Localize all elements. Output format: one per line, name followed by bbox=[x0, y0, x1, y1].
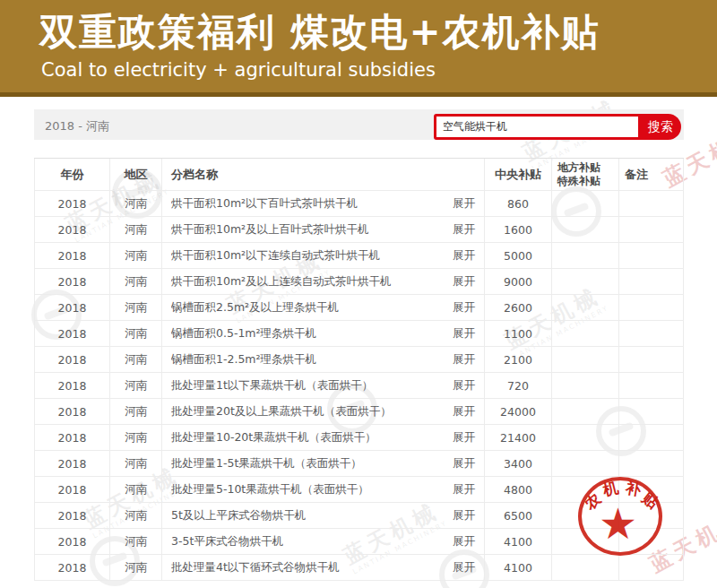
local-subsidy-cell bbox=[552, 555, 619, 581]
col-header-remark: 备注 bbox=[619, 159, 684, 191]
category-name: 烘干面积10m²以下百叶式茶叶烘干机 bbox=[171, 196, 358, 212]
expand-link[interactable]: 展开 bbox=[447, 248, 475, 264]
expand-link[interactable]: 展开 bbox=[447, 196, 475, 212]
expand-link[interactable]: 展开 bbox=[447, 482, 475, 497]
category-name: 批处理量20t及以上果蔬烘干机（表面烘干） bbox=[171, 404, 392, 419]
col-header-local-line2: 特殊补贴 bbox=[557, 175, 600, 188]
year-cell: 2018 bbox=[34, 295, 110, 321]
category-name: 批处理量10-20t果蔬烘干机（表面烘干） bbox=[171, 430, 376, 445]
category-name: 锅槽面积0.5-1m²理条烘干机 bbox=[171, 326, 316, 342]
region-cell: 河南 bbox=[110, 529, 162, 555]
remark-cell bbox=[619, 373, 684, 399]
col-header-region: 地区 bbox=[110, 159, 162, 191]
local-subsidy-cell bbox=[552, 243, 619, 269]
category-name: 批处理量5-10t果蔬烘干机（表面烘干） bbox=[171, 482, 369, 497]
category-cell: 批处理量1t以下果蔬烘干机（表面烘干）展开 bbox=[162, 373, 485, 399]
year-cell: 2018 bbox=[34, 503, 110, 529]
subsidy-stamp: 农 机 补 贴 ★ bbox=[578, 477, 662, 556]
category-cell: 锅槽面积0.5-1m²理条烘干机展开 bbox=[162, 321, 485, 347]
local-subsidy-cell bbox=[552, 269, 619, 295]
expand-link[interactable]: 展开 bbox=[447, 222, 475, 238]
expand-link[interactable]: 展开 bbox=[447, 560, 475, 575]
year-cell: 2018 bbox=[34, 347, 110, 373]
year-cell: 2018 bbox=[34, 321, 110, 347]
central-subsidy-cell: 24000 bbox=[485, 399, 552, 425]
filter-label: 2018 - 河南 bbox=[45, 118, 109, 134]
expand-link[interactable]: 展开 bbox=[447, 534, 475, 549]
banner-title: 双重政策福利 煤改电+农机补贴 bbox=[39, 7, 600, 57]
category-cell: 批处理量10-20t果蔬烘干机（表面烘干）展开 bbox=[162, 425, 485, 451]
central-subsidy-cell: 4100 bbox=[485, 529, 552, 555]
expand-link[interactable]: 展开 bbox=[447, 326, 475, 342]
category-cell: 批处理量20t及以上果蔬烘干机（表面烘干）展开 bbox=[162, 399, 485, 425]
category-name: 锅槽面积2.5m²及以上理条烘干机 bbox=[171, 300, 339, 316]
region-cell: 河南 bbox=[110, 399, 162, 425]
expand-link[interactable]: 展开 bbox=[447, 456, 475, 471]
year-cell: 2018 bbox=[34, 451, 110, 477]
category-cell: 3-5t平床式谷物烘干机展开 bbox=[162, 529, 485, 555]
category-cell: 烘干面积10m²以下连续自动式茶叶烘干机展开 bbox=[162, 243, 485, 269]
category-cell: 锅槽面积2.5m²及以上理条烘干机展开 bbox=[162, 295, 485, 321]
category-name: 锅槽面积1-2.5m²理条烘干机 bbox=[171, 352, 316, 368]
table-row: 2018河南烘干面积10m²以下百叶式茶叶烘干机展开860 bbox=[34, 191, 684, 217]
local-subsidy-cell bbox=[552, 347, 619, 373]
expand-link[interactable]: 展开 bbox=[447, 430, 475, 445]
year-cell: 2018 bbox=[34, 529, 110, 555]
category-cell: 烘干面积10m²及以上连续自动式茶叶烘干机展开 bbox=[162, 269, 485, 295]
col-header-local-line1: 地方补贴 bbox=[557, 161, 600, 175]
table-row: 2018河南烘干面积10m²及以上连续自动式茶叶烘干机展开9000 bbox=[34, 269, 684, 295]
central-subsidy-cell: 4800 bbox=[485, 477, 552, 503]
central-subsidy-cell: 5000 bbox=[485, 243, 552, 269]
remark-cell bbox=[619, 347, 684, 373]
central-subsidy-cell: 2100 bbox=[485, 347, 552, 373]
expand-link[interactable]: 展开 bbox=[447, 352, 475, 368]
expand-link[interactable]: 展开 bbox=[447, 300, 475, 316]
region-cell: 河南 bbox=[110, 217, 162, 243]
category-name: 3-5t平床式谷物烘干机 bbox=[171, 534, 283, 549]
col-header-central-subsidy: 中央补贴 bbox=[485, 159, 552, 191]
remark-cell bbox=[619, 191, 684, 217]
region-cell: 河南 bbox=[110, 555, 162, 581]
year-cell: 2018 bbox=[34, 399, 110, 425]
search-input[interactable] bbox=[436, 117, 638, 137]
remark-cell bbox=[619, 321, 684, 347]
category-cell: 烘干面积10m²及以上百叶式茶叶烘干机展开 bbox=[162, 217, 485, 243]
region-cell: 河南 bbox=[110, 477, 162, 503]
category-name: 批处理量4t以下循环式谷物烘干机 bbox=[171, 560, 340, 575]
col-header-year: 年份 bbox=[34, 159, 110, 191]
expand-link[interactable]: 展开 bbox=[447, 404, 475, 419]
year-cell: 2018 bbox=[34, 477, 110, 503]
region-cell: 河南 bbox=[110, 503, 162, 529]
region-cell: 河南 bbox=[110, 321, 162, 347]
central-subsidy-cell: 1600 bbox=[485, 217, 552, 243]
table-row: 2018河南锅槽面积1-2.5m²理条烘干机展开2100 bbox=[34, 347, 684, 373]
year-cell: 2018 bbox=[34, 269, 110, 295]
category-cell: 批处理量5-10t果蔬烘干机（表面烘干）展开 bbox=[162, 477, 485, 503]
year-cell: 2018 bbox=[34, 217, 110, 243]
expand-link[interactable]: 展开 bbox=[447, 274, 475, 290]
local-subsidy-cell bbox=[552, 373, 619, 399]
table-row: 2018河南锅槽面积2.5m²及以上理条烘干机展开2600 bbox=[34, 295, 684, 321]
remark-cell bbox=[619, 399, 684, 425]
banner-subtitle: Coal to electricity + agricultural subsi… bbox=[41, 59, 436, 81]
region-cell: 河南 bbox=[110, 243, 162, 269]
category-cell: 锅槽面积1-2.5m²理条烘干机展开 bbox=[162, 347, 485, 373]
remark-cell bbox=[619, 243, 684, 269]
central-subsidy-cell: 720 bbox=[485, 373, 552, 399]
expand-link[interactable]: 展开 bbox=[447, 378, 475, 393]
table-row: 2018河南批处理量20t及以上果蔬烘干机（表面烘干）展开24000 bbox=[34, 399, 684, 425]
local-subsidy-cell bbox=[552, 321, 619, 347]
central-subsidy-cell: 4100 bbox=[485, 555, 552, 581]
local-subsidy-cell bbox=[552, 217, 619, 243]
central-subsidy-cell: 21400 bbox=[485, 425, 552, 451]
local-subsidy-cell bbox=[552, 451, 619, 477]
category-cell: 批处理量4t以下循环式谷物烘干机展开 bbox=[162, 555, 485, 581]
col-header-category: 分档名称 bbox=[162, 159, 485, 191]
central-subsidy-cell: 3400 bbox=[485, 451, 552, 477]
category-cell: 烘干面积10m²以下百叶式茶叶烘干机展开 bbox=[162, 191, 485, 217]
local-subsidy-cell bbox=[552, 295, 619, 321]
search-button[interactable]: 搜索 bbox=[638, 114, 681, 140]
local-subsidy-cell bbox=[552, 191, 619, 217]
expand-link[interactable]: 展开 bbox=[447, 508, 475, 523]
region-cell: 河南 bbox=[110, 295, 162, 321]
